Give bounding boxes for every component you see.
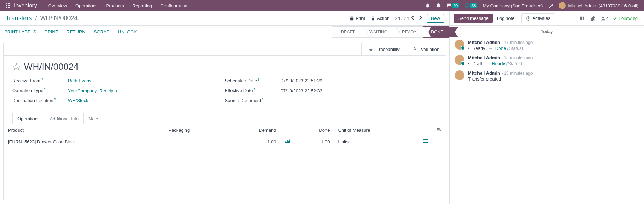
user-menu[interactable]: Mitchell Admin (48107039-16-0-all) [556,2,641,9]
traceability-button[interactable]: Traceability [361,43,406,55]
book-icon[interactable] [577,16,587,21]
nav-products[interactable]: Products [102,3,128,8]
form-sheet: Traceability Valuation WH/IN/00024 Recei… [3,43,446,200]
pager-prev[interactable] [409,16,417,21]
col-uom[interactable]: Unit of Measure [334,124,419,136]
actionbar: PRINT LABELS PRINT RETURN SCRAP UNLOCK D… [0,26,449,38]
table-row[interactable]: [FURN_5623] Drawer Case Black 1.00 1.00 … [4,136,446,147]
tab-operations[interactable]: Operations [12,113,45,124]
favorite-star-icon[interactable] [12,63,21,71]
topbar: Inventory Overview Operations Products R… [0,0,644,11]
cell-packaging [164,136,226,147]
breadcrumb-root[interactable]: Transfers [6,15,32,22]
operation-type-value[interactable]: YourCompany: Receipts [68,88,117,93]
tools-icon[interactable] [546,3,556,8]
attachment-icon[interactable] [587,16,598,21]
message-author[interactable]: Mitchell Admin [468,70,500,76]
tab-note[interactable]: Note [83,113,103,124]
followers-count[interactable]: 2 [598,16,611,21]
avatar-icon[interactable] [455,70,464,80]
operation-type-label: Operation Type? [12,88,68,93]
avatar-icon[interactable] [455,40,464,50]
operations-tab-content: Product Packaging Demand Done Unit of Me… [4,124,446,200]
col-forecast [280,124,294,136]
message-time: - 18 minutes ago [502,55,533,60]
scheduled-label: Scheduled Date? [225,78,281,83]
nav-reporting[interactable]: Reporting [128,3,156,8]
following-button[interactable]: Following [611,16,640,21]
cell-product: [FURN_5623] Drawer Case Black [4,136,164,147]
button-box: Traceability Valuation [4,43,446,56]
cell-uom: Units [334,136,419,147]
receive-from-value[interactable]: Beth Evans [68,78,92,83]
log-note-button[interactable]: Log note [493,14,519,23]
chatter: Send message Log note Activities 2 Follo… [449,11,644,204]
svg-rect-2 [9,3,10,4]
col-product[interactable]: Product [4,124,164,136]
record-title: WH/IN/00024 [24,61,79,72]
svg-rect-0 [6,3,7,4]
message-author[interactable]: Mitchell Admin [468,55,500,60]
activities-icon[interactable]: 38 [462,3,480,8]
nav-operations[interactable]: Operations [71,3,102,8]
destination-value[interactable]: WH/Stock [68,98,88,103]
pager-next[interactable] [417,16,424,21]
col-done[interactable]: Done [294,124,334,136]
svg-rect-6 [6,7,7,8]
messages-icon[interactable]: 20 [444,3,462,8]
arrow-icon: → [488,46,492,51]
effective-label: Effective Date? [225,88,281,93]
print-menu[interactable]: Print [346,14,368,22]
col-packaging[interactable]: Packaging [164,124,226,136]
statusbar: DRAFT WAITING READY DONE [332,26,449,38]
forecast-icon[interactable] [280,136,294,147]
scrap-button[interactable]: SCRAP [90,26,114,38]
avatar-icon [559,2,566,9]
message-time: - 17 minutes ago [502,40,533,45]
destination-label: Destination Location? [12,98,68,103]
breadcrumb-current: WH/IN/00024 [40,15,78,22]
nav-overview[interactable]: Overview [44,3,71,8]
unlock-button[interactable]: UNLOCK [114,26,141,38]
detail-icon[interactable] [419,136,432,147]
activities-badge: 38 [470,3,477,8]
col-demand[interactable]: Demand [227,124,280,136]
svg-rect-7 [8,7,9,8]
send-message-button[interactable]: Send message [454,14,493,23]
company-switcher[interactable]: My Company (San Francisco) [480,3,546,8]
message: Mitchell Admin - 18 minutes ago Transfer… [450,68,644,84]
activities-button[interactable]: Activities [521,13,555,23]
tabs: Operations Additional Info Note [4,113,446,124]
apps-icon[interactable] [6,3,11,8]
svg-rect-4 [8,5,9,6]
message-author[interactable]: Mitchell Admin [468,40,500,45]
valuation-button[interactable]: Valuation [406,43,446,55]
debug-icon[interactable] [423,3,433,8]
svg-rect-5 [9,5,10,6]
svg-rect-10 [423,139,428,140]
brand[interactable]: Inventory [14,2,37,9]
avatar-icon[interactable] [455,55,464,65]
svg-rect-1 [8,3,9,4]
support-icon[interactable] [433,3,444,8]
breadcrumb: Transfers / WH/IN/00024 [6,15,78,22]
message-time: - 18 minutes ago [502,71,533,76]
col-detail [419,124,432,136]
print-labels-button[interactable]: PRINT LABELS [0,26,41,38]
nav-configuration[interactable]: Configuration [156,3,191,8]
user-name: Mitchell Admin (48107039-16-0-all) [568,3,638,8]
tab-additional[interactable]: Additional Info [45,113,84,124]
svg-rect-8 [9,7,10,8]
message: Mitchell Admin - 17 minutes ago Ready → … [450,38,644,53]
action-menu[interactable]: Action [368,14,392,22]
return-button[interactable]: RETURN [63,26,90,38]
svg-rect-12 [423,142,428,143]
print-button[interactable]: PRINT [41,26,63,38]
col-options[interactable] [432,124,446,136]
new-button[interactable]: New [427,14,444,23]
effective-value: 07/19/2023 22:52:33 [281,88,322,93]
status-draft[interactable]: DRAFT [332,26,361,38]
pager-text[interactable]: 24 / 24 [395,16,409,21]
source-label: Source Document? [225,98,281,103]
operations-table: Product Packaging Demand Done Unit of Me… [4,124,446,147]
